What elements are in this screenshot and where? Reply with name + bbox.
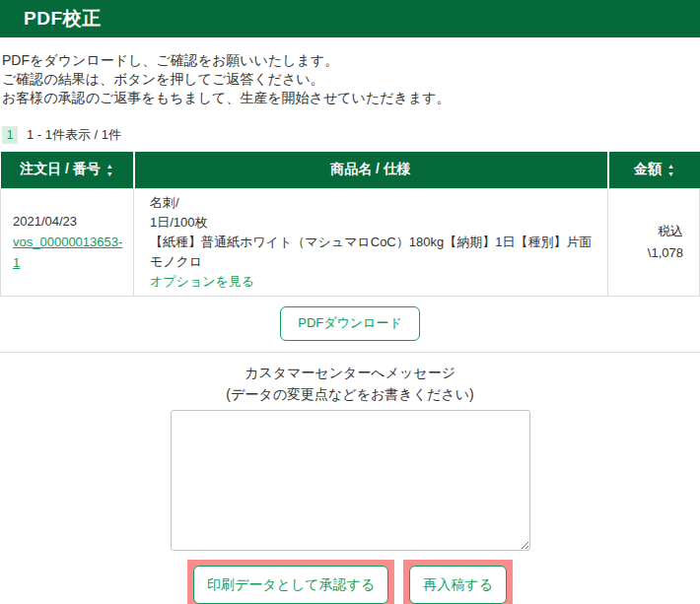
message-textarea[interactable]	[171, 410, 530, 551]
resubmit-highlight-annotation: 再入稿する	[403, 560, 513, 604]
pagination-page-1[interactable]: 1	[2, 126, 18, 144]
column-header-amount[interactable]: 金額 ▲ ▼	[608, 152, 700, 188]
order-cell: 2021/04/23 vos_00000013653-1	[1, 188, 134, 296]
amount-cell: 税込 \1,078	[608, 188, 700, 296]
sort-desc-icon: ▼	[667, 170, 674, 177]
page-title: PDF校正	[24, 6, 102, 32]
table-header-row: 注文日 / 番号 ▲ ▼ 商品名 / 仕様 金額 ▲ ▼	[1, 152, 700, 188]
pdf-download-button[interactable]: PDFダウンロード	[280, 306, 420, 340]
approve-button[interactable]: 印刷データとして承認する	[193, 566, 388, 604]
instructions: PDFをダウンロードし、ご確認をお願いいたします。 ご確認の結果は、ボタンを押し…	[2, 51, 698, 107]
options-link[interactable]: オプションを見る	[150, 274, 254, 289]
table-row: 2021/04/23 vos_00000013653-1 名刺/ 1日/100枚…	[1, 188, 700, 296]
action-buttons-row: 印刷データとして承認する 再入稿する	[0, 560, 700, 604]
page-title-bar: PDF校正	[0, 0, 700, 37]
instruction-line-3: お客様の承認のご返事をもちまして、生産を開始させていただきます。	[2, 89, 698, 107]
sort-arrows-icon[interactable]: ▲ ▼	[667, 163, 674, 177]
column-header-order[interactable]: 注文日 / 番号 ▲ ▼	[1, 152, 134, 188]
message-title: カスタマーセンターへメッセージ	[0, 364, 700, 382]
pagination: 1 1 - 1件表示 / 1件	[2, 124, 700, 145]
product-cell: 名刺/ 1日/100枚 【紙種】普通紙ホワイト（マシュマロCoC）180kg【納…	[134, 188, 608, 296]
resubmit-button[interactable]: 再入稿する	[409, 566, 507, 604]
column-header-amount-label: 金額	[634, 161, 662, 178]
sort-asc-icon: ▲	[106, 163, 113, 169]
instruction-line-1: PDFをダウンロードし、ご確認をお願いいたします。	[2, 51, 698, 70]
message-section: カスタマーセンターへメッセージ (データの変更点などをお書きください) 印刷デー…	[0, 364, 700, 604]
column-header-order-label: 注文日 / 番号	[20, 161, 101, 178]
tax-label: 税込	[614, 221, 683, 242]
message-subtitle: (データの変更点などをお書きください)	[0, 385, 700, 404]
order-number-link[interactable]: vos_00000013653-1	[13, 235, 122, 270]
pdf-download-section: PDFダウンロード	[0, 297, 700, 353]
orders-table: 注文日 / 番号 ▲ ▼ 商品名 / 仕様 金額 ▲ ▼	[0, 152, 700, 297]
sort-asc-icon: ▲	[667, 163, 674, 169]
instruction-line-2: ご確認の結果は、ボタンを押してご返答ください。	[2, 70, 698, 89]
column-header-product: 商品名 / 仕様	[134, 152, 608, 188]
product-quantity: 1日/100枚	[150, 213, 597, 233]
product-spec: 【紙種】普通紙ホワイト（マシュマロCoC）180kg【納期】1日【種別】片面モノ…	[150, 233, 597, 272]
sort-desc-icon: ▼	[106, 170, 113, 177]
amount-value: \1,078	[614, 242, 683, 264]
sort-arrows-icon[interactable]: ▲ ▼	[106, 163, 113, 177]
pagination-summary: 1 - 1件表示 / 1件	[27, 126, 121, 144]
approve-highlight-annotation: 印刷データとして承認する	[187, 560, 394, 604]
product-name: 名刺/	[150, 193, 597, 213]
order-date: 2021/04/23	[13, 211, 127, 232]
column-header-product-label: 商品名 / 仕様	[330, 161, 411, 178]
